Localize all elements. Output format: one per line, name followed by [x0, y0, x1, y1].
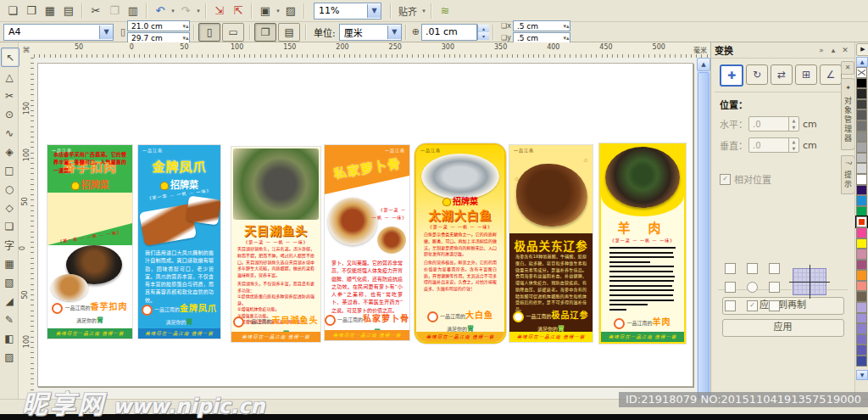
no-color-swatch[interactable] [856, 67, 867, 78]
horizontal-ruler[interactable]: 毫米 50050100150200250300350400450500 [34, 42, 710, 59]
color-swatch[interactable] [856, 238, 867, 249]
apply-button[interactable]: 应用 [722, 319, 844, 337]
spinner-icons[interactable]: ▲▼ [788, 117, 798, 131]
color-swatch[interactable] [856, 88, 867, 99]
redo-icon[interactable]: ↷ [176, 3, 195, 20]
landscape-button[interactable]: ▭ [222, 23, 244, 42]
docker-tab-object-manager[interactable]: ✦ 对象管理器 [841, 78, 855, 150]
color-swatch[interactable] [856, 185, 867, 196]
spinner-icons[interactable]: ▾▴ [182, 23, 189, 30]
color-swatch[interactable] [856, 270, 867, 281]
snap-to-button[interactable]: 贴齐 [395, 3, 420, 20]
poster-white-fish[interactable]: 一品江南 招牌菜 太湖大白鱼 《第一菜 — 一帆 — 一味》 白鱼是杂食类无鳞鱼… [416, 145, 504, 342]
open-icon[interactable]: ❒ [22, 3, 41, 20]
anchor-bottom-center[interactable]: ✓ [747, 300, 758, 311]
snap-to-dropdown-icon[interactable]: ▾ [420, 8, 427, 14]
docker-expand-icon[interactable]: » [815, 46, 827, 54]
anchor-bottom-right[interactable] [769, 300, 780, 311]
application-launcher-dropdown-icon[interactable]: ▾ [275, 8, 281, 14]
anchor-top-left[interactable] [725, 263, 736, 274]
import-icon[interactable]: ⇲ [210, 3, 229, 20]
crop-tool-icon[interactable]: ✂ [1, 87, 18, 104]
color-swatch[interactable] [856, 206, 867, 217]
paste-icon[interactable]: ▥ [124, 3, 142, 20]
color-swatch[interactable] [856, 302, 867, 313]
anchor-bottom-left[interactable] [725, 300, 736, 311]
color-swatch[interactable] [856, 195, 867, 206]
docker-tab-close-icon[interactable]: ✕ [841, 61, 854, 75]
zoom-level-combo[interactable]: 11% ▼ [314, 3, 381, 20]
paper-width-field[interactable]: 21.0 cm ▾▴ [127, 20, 190, 31]
color-swatch[interactable] [856, 323, 867, 334]
color-swatch[interactable] [856, 120, 867, 132]
color-swatch[interactable] [856, 249, 867, 260]
shape-tool-icon[interactable]: △ [1, 68, 18, 86]
export-icon[interactable]: ⇱ [229, 3, 248, 20]
palette-scroll-up-icon[interactable]: ▲ [856, 57, 868, 67]
rectangle-tool-icon[interactable]: □ [1, 161, 18, 179]
nudge-offset-field[interactable]: .01 cm [421, 24, 477, 41]
interactive-blend-tool-icon[interactable]: ▧ [1, 273, 18, 291]
copy-icon[interactable]: ❐ [105, 3, 124, 20]
drawing-canvas[interactable]: 一品江南 香芋扣肉 招牌菜 本店香芋采用广西荔浦。它的营养丰富，香醇可口。人气最… [34, 58, 697, 399]
chevron-down-icon[interactable]: ▼ [99, 25, 113, 39]
poster-radish-bone[interactable]: 一品江南 私家萝卜骨 《第一菜 — 一帆 — 一味》 萝卜，又叫莱菔。它的营养非… [325, 145, 409, 340]
pick-tool-icon[interactable]: ↖ [1, 48, 19, 67]
palette-scroll-down-icon[interactable]: ▼ [856, 370, 868, 380]
position-mode-icon[interactable]: ✚ [720, 64, 743, 87]
palette-flyout-icon[interactable]: ▶ [856, 43, 868, 56]
color-swatch[interactable] [856, 78, 867, 89]
ruler-origin[interactable]: ⌘ [19, 42, 35, 59]
anchor-top-right[interactable] [769, 263, 780, 274]
color-swatch[interactable] [856, 142, 867, 153]
duplicate-distance-x-field[interactable]: .5 cm ▾▴ [513, 20, 570, 31]
chevron-down-icon[interactable]: ▼ [367, 4, 381, 18]
eyedropper-tool-icon[interactable]: ◢ [1, 292, 18, 310]
vertical-position-field[interactable]: .0 ▲▼ [748, 137, 799, 153]
scale-mirror-mode-icon[interactable]: ⇄ [771, 64, 793, 85]
fill-tool-icon[interactable]: ◧ [1, 329, 18, 347]
spinner-icons[interactable]: ▲▼ [788, 138, 798, 152]
color-swatch[interactable] [856, 334, 867, 345]
polygon-tool-icon[interactable]: ◇ [1, 199, 18, 216]
interactive-fill-tool-icon[interactable]: ▨ [1, 348, 18, 366]
current-page-button[interactable]: ▤ [278, 23, 300, 42]
anchor-middle-left[interactable] [725, 282, 736, 293]
anchor-top-center[interactable] [747, 263, 758, 274]
undo-dropdown-icon[interactable]: ▾ [170, 8, 176, 14]
spinner-icons[interactable]: ▾▴ [563, 23, 570, 30]
options-icon[interactable]: ≋ [436, 3, 454, 20]
docker-close-icon[interactable]: ✕ [839, 46, 851, 54]
color-swatch[interactable] [856, 313, 867, 324]
portrait-button[interactable]: ▯ [198, 23, 220, 42]
anchor-center[interactable] [747, 282, 758, 293]
paper-type-combo[interactable]: A4 ▼ [3, 24, 114, 41]
all-pages-button[interactable]: ❐ [254, 23, 276, 42]
print-icon[interactable]: ▤ [59, 3, 78, 20]
scrollbar-thumb[interactable] [698, 72, 709, 398]
color-swatch[interactable] [856, 99, 867, 110]
rotate-mode-icon[interactable]: ↻ [746, 64, 768, 85]
basic-shapes-tool-icon[interactable]: ❏ [1, 217, 18, 235]
horizontal-position-field[interactable]: .0 ▲▼ [748, 116, 799, 132]
docker-tab-hints[interactable]: ? 提示 [841, 155, 855, 195]
color-swatch[interactable] [856, 163, 867, 174]
new-icon[interactable]: ❏ [3, 3, 22, 20]
spinner-icons[interactable]: ▾▴ [563, 35, 570, 42]
size-mode-icon[interactable]: ⊞ [795, 64, 817, 85]
document-page[interactable]: 一品江南 香芋扣肉 招牌菜 本店香芋采用广西荔浦。它的营养丰富，香醇可口。人气最… [37, 63, 693, 387]
docker-collapse-icon[interactable]: ▴ [827, 46, 839, 54]
color-swatch[interactable] [856, 109, 867, 120]
poster-fish-head[interactable]: 天目湖鱼头 《第一菜 — 一帆 — 一味》 天目湖砂锅鱼头，江苏名菜。汤汁浓郁，… [231, 147, 320, 342]
color-swatch[interactable] [856, 174, 867, 185]
relative-position-checkbox[interactable]: ✓ [720, 174, 731, 185]
canvas-vertical-scrollbar[interactable]: ▲ ▼ [697, 58, 710, 414]
units-combo[interactable]: 厘米 ▼ [339, 24, 402, 41]
save-icon[interactable]: ▦ [41, 3, 59, 20]
outline-pen-tool-icon[interactable]: ✎ [1, 311, 18, 328]
color-swatch[interactable] [856, 227, 867, 238]
color-swatch[interactable] [856, 356, 867, 367]
freehand-tool-icon[interactable]: ∿ [1, 124, 18, 142]
color-swatch[interactable] [856, 260, 867, 271]
vertical-ruler[interactable]: 15010050050100 [19, 58, 35, 399]
